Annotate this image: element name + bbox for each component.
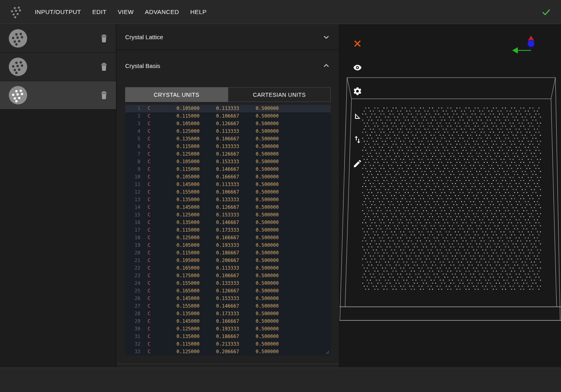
coord-z: 0.500000 <box>239 295 279 302</box>
coord-z: 0.500000 <box>239 188 279 196</box>
material-list-item[interactable] <box>0 53 116 81</box>
line-number: 11 <box>125 181 140 188</box>
line-number: 28 <box>125 310 140 318</box>
basis-row: 1C0.1050000.1133330.500000 <box>125 105 331 112</box>
coord-z: 0.500000 <box>239 120 279 128</box>
element-symbol: C <box>148 188 160 196</box>
element-symbol: C <box>148 310 160 318</box>
menu-input-output[interactable]: INPUT/OUTPUT <box>35 8 81 15</box>
delete-material-button[interactable] <box>99 34 109 44</box>
basis-row: 11C0.1450000.1133330.500000 <box>125 181 331 188</box>
basis-row: 17C0.1150000.1733330.500000 <box>125 226 331 234</box>
line-number: 25 <box>125 287 140 295</box>
materials-sidebar <box>0 24 116 367</box>
viewer-3d-panel[interactable] <box>339 24 561 367</box>
swap-axes-button[interactable] <box>352 134 363 145</box>
confirm-check-button[interactable] <box>541 7 551 17</box>
coord-z: 0.500000 <box>239 219 279 226</box>
basis-row: 21C0.1050000.2066670.500000 <box>125 257 331 264</box>
app-logo-icon <box>9 5 23 19</box>
menu-view[interactable]: VIEW <box>118 8 134 15</box>
resize-grip-icon[interactable] <box>325 350 329 354</box>
element-symbol: C <box>148 295 160 302</box>
menu-advanced[interactable]: ADVANCED <box>145 8 179 15</box>
menu-edit[interactable]: EDIT <box>92 8 107 15</box>
element-symbol: C <box>148 249 160 257</box>
coord-y: 0.193333 <box>200 325 239 333</box>
coord-y: 0.113333 <box>200 264 239 272</box>
chevron-down-icon <box>322 33 331 42</box>
coord-x: 0.155000 <box>160 188 200 196</box>
material-list-item[interactable] <box>0 24 116 53</box>
element-symbol: C <box>148 219 160 226</box>
coord-y: 0.173333 <box>200 226 239 234</box>
coord-x: 0.155000 <box>160 302 200 310</box>
tab-crystal-units[interactable]: CRYSTAL UNITS <box>125 87 228 102</box>
top-menu-bar: INPUT/OUTPUT EDIT VIEW ADVANCED HELP <box>0 0 561 24</box>
coord-y: 0.126667 <box>200 120 239 128</box>
line-number: 12 <box>125 188 140 196</box>
coord-y: 0.146667 <box>200 302 239 310</box>
element-symbol: C <box>148 272 160 280</box>
line-number: 22 <box>125 264 140 272</box>
close-viewer-button[interactable] <box>352 38 363 49</box>
element-symbol: C <box>148 211 160 219</box>
coord-x: 0.125000 <box>160 211 200 219</box>
line-number: 10 <box>125 173 140 181</box>
coord-x: 0.125000 <box>160 234 200 242</box>
menu-help[interactable]: HELP <box>190 8 207 15</box>
basis-row: 6C0.1150000.1333330.500000 <box>125 143 331 150</box>
line-number: 30 <box>125 325 140 333</box>
element-symbol: C <box>148 302 160 310</box>
delete-material-button[interactable] <box>99 62 109 72</box>
basis-row: 32C0.1150000.2133330.500000 <box>125 340 331 348</box>
coord-y: 0.206667 <box>200 257 239 264</box>
basis-row: 16C0.1350000.1466670.500000 <box>125 219 331 226</box>
coord-x: 0.115000 <box>160 112 200 120</box>
line-number: 18 <box>125 234 140 242</box>
edit-button[interactable] <box>352 158 363 169</box>
inspector-panel: Crystal Lattice Crystal Basis CRYSTAL UN… <box>117 24 339 367</box>
line-number: 19 <box>125 242 140 249</box>
basis-row: 12C0.1550000.1066670.500000 <box>125 188 331 196</box>
basis-row: 30C0.1250000.1933330.500000 <box>125 325 331 333</box>
line-number: 1 <box>125 105 140 112</box>
measure-button[interactable] <box>352 110 363 121</box>
coord-x: 0.145000 <box>160 181 200 188</box>
element-symbol: C <box>148 143 160 150</box>
element-symbol: C <box>148 257 160 264</box>
trash-icon <box>100 34 108 43</box>
material-avatar <box>9 58 27 76</box>
element-symbol: C <box>148 340 160 348</box>
z-axis-dot <box>527 40 535 47</box>
element-symbol: C <box>148 318 160 325</box>
material-list-item[interactable] <box>0 81 116 110</box>
coord-y: 0.166667 <box>200 318 239 325</box>
element-symbol: C <box>148 166 160 173</box>
coord-y: 0.193333 <box>200 242 239 249</box>
crystal-3d-scene[interactable] <box>339 24 561 367</box>
basis-row: 2C0.1150000.1066670.500000 <box>125 112 331 120</box>
coord-x: 0.135000 <box>160 333 200 340</box>
coord-x: 0.135000 <box>160 219 200 226</box>
units-tabbar: CRYSTAL UNITS CARTESIAN UNITS <box>125 87 331 102</box>
delete-material-button[interactable] <box>99 90 109 101</box>
element-symbol: C <box>148 150 160 158</box>
coord-x: 0.175000 <box>160 272 200 280</box>
tab-cartesian-units[interactable]: CARTESIAN UNITS <box>228 87 331 102</box>
settings-button[interactable] <box>352 86 363 97</box>
materials-designer-app: INPUT/OUTPUT EDIT VIEW ADVANCED HELP Cry… <box>0 0 561 392</box>
coord-z: 0.500000 <box>239 196 279 204</box>
material-avatar <box>9 29 27 48</box>
coord-z: 0.500000 <box>239 173 279 181</box>
line-number: 26 <box>125 295 140 302</box>
coord-z: 0.500000 <box>239 105 279 112</box>
coord-y: 0.186667 <box>200 249 239 257</box>
section-crystal-lattice[interactable]: Crystal Lattice <box>117 24 339 50</box>
section-crystal-basis[interactable]: Crystal Basis <box>117 50 339 81</box>
coord-y: 0.133333 <box>200 280 239 287</box>
visibility-button[interactable] <box>352 62 363 73</box>
coord-y: 0.173333 <box>200 310 239 318</box>
basis-coordinates-editor[interactable]: 1C0.1050000.1133330.5000002C0.1150000.10… <box>125 105 331 356</box>
line-number: 9 <box>125 166 140 173</box>
